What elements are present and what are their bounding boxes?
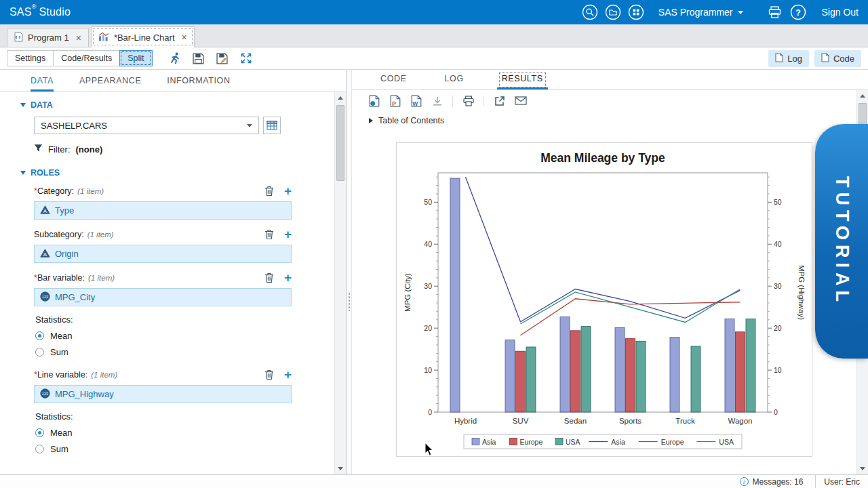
scroll-down-button[interactable]: [335, 463, 346, 474]
role-item-label: Type: [55, 205, 74, 216]
download-html-icon[interactable]: [366, 92, 382, 109]
print-icon[interactable]: [766, 3, 784, 21]
add-column-button[interactable]: +: [284, 229, 292, 240]
run-button[interactable]: [167, 51, 182, 66]
bar-statistics-group: Statistics: Mean Sum: [35, 314, 334, 357]
email-icon[interactable]: [512, 92, 529, 109]
split-view-button[interactable]: Split: [119, 50, 152, 66]
svg-text:Europe: Europe: [519, 438, 542, 446]
user-menu[interactable]: SAS Programmer: [658, 7, 743, 18]
role-item-mpg-highway[interactable]: 123 MPG_Highway: [34, 385, 292, 403]
results-chart: Mean Mileage by Type00101020203030404050…: [396, 142, 812, 457]
task-panel-scrollbar[interactable]: [334, 92, 346, 474]
delete-icon[interactable]: [264, 186, 274, 197]
registered-mark: ®: [32, 3, 37, 10]
tab-results[interactable]: RESULTS: [497, 70, 548, 89]
save-as-button[interactable]: [215, 51, 230, 66]
toolbar-separator: [452, 96, 453, 106]
roles-section-header[interactable]: ROLES: [20, 168, 334, 178]
tab-bar-line-chart[interactable]: *Bar-Line Chart ×: [91, 26, 195, 47]
bar-line-chart-icon: [98, 32, 109, 43]
filter-row[interactable]: Filter: (none): [34, 144, 334, 155]
results-panel-tabs: CODE LOG RESULTS: [352, 70, 868, 90]
messages-status[interactable]: i Messages: 16: [740, 477, 816, 487]
line-statistics-group: Statistics: Mean Sum: [35, 411, 334, 454]
tab-appearance[interactable]: APPEARANCE: [79, 70, 141, 92]
download-rtf-icon[interactable]: W: [408, 92, 425, 109]
svg-text:USA: USA: [566, 438, 580, 446]
add-column-button[interactable]: +: [284, 369, 292, 380]
svg-text:P: P: [392, 100, 396, 106]
tab-data[interactable]: DATA: [31, 70, 54, 92]
log-view-button[interactable]: Log: [768, 50, 809, 67]
svg-text:USA: USA: [719, 438, 734, 446]
scroll-up-button[interactable]: [857, 90, 868, 102]
caret-down-icon: [738, 11, 743, 14]
toc-label: Table of Contents: [378, 116, 444, 125]
download-results-icon[interactable]: [429, 92, 446, 109]
bar-line-chart-svg: Mean Mileage by Type00101020203030404050…: [397, 143, 812, 456]
statistics-label: Statistics:: [35, 314, 334, 325]
close-icon[interactable]: ×: [182, 33, 187, 42]
document-tabbar: Program 1 × *Bar-Line Chart ×: [0, 24, 868, 47]
scroll-up-button[interactable]: [335, 92, 346, 104]
dataset-select[interactable]: SASHELP.CARS: [34, 117, 259, 134]
svg-text:W: W: [412, 100, 418, 106]
folder-icon[interactable]: [604, 3, 622, 21]
task-panel-body: DATA SASHELP.CARS Filter: (none): [0, 92, 334, 474]
tab-information[interactable]: INFORMATION: [167, 70, 230, 92]
section-title: DATA: [31, 100, 53, 110]
svg-text:0: 0: [774, 408, 778, 416]
tab-log[interactable]: LOG: [440, 70, 469, 89]
scroll-down-button[interactable]: [857, 463, 868, 474]
help-icon[interactable]: ?: [789, 3, 807, 21]
apps-icon[interactable]: [627, 3, 645, 21]
numeric-variable-icon: 123: [40, 291, 50, 304]
select-table-button[interactable]: [263, 117, 281, 134]
code-results-view-button[interactable]: Code/Results: [53, 50, 120, 66]
line-statistic-sum-radio[interactable]: Sum: [35, 444, 334, 454]
table-of-contents-toggle[interactable]: Table of Contents: [352, 111, 868, 130]
info-icon: i: [740, 477, 749, 486]
delete-icon[interactable]: [264, 229, 274, 240]
close-icon[interactable]: ×: [76, 33, 81, 43]
svg-text:40: 40: [774, 240, 782, 248]
open-new-window-icon[interactable]: [491, 92, 508, 109]
delete-icon[interactable]: [264, 272, 274, 283]
maximize-view-button[interactable]: [239, 51, 254, 66]
search-icon[interactable]: [581, 3, 599, 21]
radio-label: Sum: [50, 347, 68, 357]
role-item-type[interactable]: A Type: [34, 201, 292, 220]
messages-label: Messages: 16: [753, 477, 804, 487]
role-item-mpg-city[interactable]: 123 MPG_City: [34, 288, 292, 306]
tab-program-1[interactable]: Program 1 ×: [7, 28, 89, 47]
save-button[interactable]: [191, 51, 206, 66]
radio-icon: [35, 445, 44, 453]
data-section-header[interactable]: DATA: [20, 100, 334, 110]
delete-icon[interactable]: [264, 369, 274, 380]
add-column-button[interactable]: +: [284, 186, 292, 197]
roles-section: ROLES *Category:(1 item) +: [20, 168, 334, 454]
code-view-button[interactable]: Code: [814, 50, 861, 67]
sign-out-button[interactable]: Sign Out: [822, 7, 859, 18]
code-button-label: Code: [833, 54, 854, 64]
pane-splitter[interactable]: [347, 70, 352, 474]
filter-value: (none): [76, 144, 103, 155]
tutorial-tab[interactable]: TUTORIAL: [815, 124, 868, 359]
role-item-origin[interactable]: A Origin: [34, 245, 292, 263]
add-column-button[interactable]: +: [284, 272, 292, 283]
print-results-icon[interactable]: [460, 92, 477, 109]
download-pdf-icon[interactable]: P: [387, 92, 403, 109]
tab-code[interactable]: CODE: [376, 70, 412, 89]
scrollbar-thumb[interactable]: [336, 105, 344, 181]
role-item-label: MPG_City: [55, 292, 95, 302]
svg-text:Mean Mileage by Type: Mean Mileage by Type: [540, 151, 665, 165]
app-header: SAS®Studio SAS Programmer ? Sign Out: [0, 0, 868, 24]
bar-statistic-mean-radio[interactable]: Mean: [35, 331, 334, 341]
svg-text:123: 123: [42, 294, 48, 298]
line-statistic-mean-radio[interactable]: Mean: [35, 428, 334, 438]
svg-text:Sedan: Sedan: [564, 417, 587, 425]
bar-statistic-sum-radio[interactable]: Sum: [35, 347, 334, 357]
app-title-rest: Studio: [39, 6, 71, 18]
settings-view-button[interactable]: Settings: [7, 50, 54, 66]
